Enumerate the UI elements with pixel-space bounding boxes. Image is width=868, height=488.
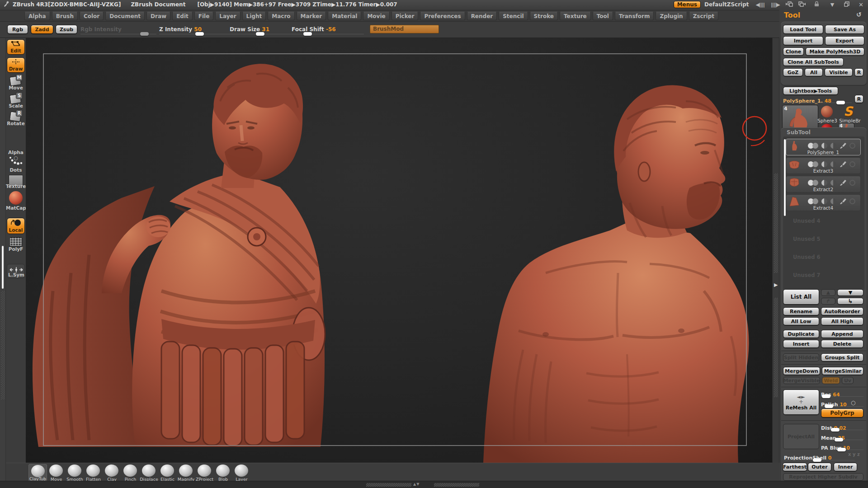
menu-marker[interactable]: Marker [297, 12, 326, 20]
contrast-icon[interactable] [830, 198, 836, 204]
rgb-intensity-slider[interactable]: Rgb Intensity [80, 24, 156, 35]
divider-grip[interactable] [774, 174, 778, 273]
menu-zplugin[interactable]: Zplugin [656, 12, 687, 20]
remesh-all-button[interactable]: ◄► + ReMesh All [783, 389, 819, 415]
autoreorder-button[interactable]: AutoReorder [821, 307, 863, 315]
load-tool-button[interactable]: Load Tool [783, 25, 823, 34]
shift-up-button[interactable]: ↱ [821, 298, 835, 305]
brush-displace[interactable]: Displace [140, 464, 158, 481]
reproject-button[interactable]: Reproject Higher Subdiv [783, 473, 863, 481]
menu-tool[interactable]: Tool [593, 12, 613, 20]
duplicate-button[interactable]: Duplicate [783, 330, 819, 338]
collapse-arrow-icon[interactable]: ▶ [774, 282, 778, 288]
merge-similar-button[interactable]: MergeSimilar [822, 367, 863, 375]
brush-smooth[interactable]: Smooth [66, 464, 84, 481]
menu-layer[interactable]: Layer [215, 12, 240, 20]
edit-button[interactable]: Edit [7, 39, 25, 55]
close-icon[interactable]: ✕ [859, 1, 863, 8]
active-tool-slider[interactable]: PolySphere_1. 48 [783, 96, 852, 104]
groups-split-button[interactable]: Groups Split [821, 353, 863, 361]
mean-slider[interactable]: Mean 25 [821, 433, 863, 441]
paint-icon[interactable] [840, 198, 847, 204]
eye-all-icon[interactable] [812, 143, 818, 149]
shift-down-button[interactable]: ↳ [837, 298, 863, 305]
dock-right-icon[interactable] [798, 1, 806, 8]
menu-preferences[interactable]: Preferences [420, 12, 465, 20]
farthest-button[interactable]: Farthest [783, 463, 807, 471]
brush-elastic[interactable]: Elastic [158, 464, 177, 481]
slider-handle[interactable] [140, 32, 149, 36]
polygrp-button[interactable]: PolyGrp [821, 408, 863, 418]
brush-claytubes[interactable]: ClayTub [28, 464, 47, 481]
left-tray-grip[interactable] [1, 291, 5, 399]
eye-all-icon[interactable] [812, 180, 818, 186]
brush-blob[interactable]: Blob [214, 464, 232, 481]
draw-size-slider[interactable]: Draw Size 31 [230, 24, 302, 35]
half-visibility-icon[interactable] [821, 143, 827, 149]
goz-visible-button[interactable]: Visible [825, 68, 853, 76]
rename-button[interactable]: Rename [783, 307, 819, 315]
menu-stencil[interactable]: Stencil [499, 12, 528, 20]
rgb-button[interactable]: Rgb [7, 25, 28, 34]
sculpt-canvas[interactable] [26, 38, 772, 463]
project-all-button[interactable]: ProjectAll [783, 424, 819, 449]
eye-all-icon[interactable] [812, 161, 818, 167]
polish-slider[interactable]: Polish 10 ○ [821, 399, 863, 408]
slider-handle[interactable] [822, 394, 830, 398]
paint-icon[interactable] [840, 161, 847, 167]
menu-color[interactable]: Color [80, 12, 104, 20]
menu-file[interactable]: File [194, 12, 214, 20]
ghost-icon[interactable] [849, 180, 855, 186]
lsym-button[interactable]: L.Sym [7, 264, 25, 278]
import-button[interactable]: Import [783, 36, 823, 45]
delete-button[interactable]: Delete [821, 340, 863, 348]
slider-handle[interactable] [831, 428, 840, 432]
zsub-button[interactable]: Zsub [56, 25, 77, 34]
menu-brush[interactable]: Brush [52, 12, 78, 20]
slider-handle[interactable] [813, 458, 821, 462]
res-slider[interactable]: Res 64 [821, 389, 863, 398]
clone-all-subtools-button[interactable]: Clone All SubTools [783, 58, 844, 66]
export-button[interactable]: Export [825, 36, 864, 45]
subtool-empty-slot[interactable]: Unused 5 [793, 236, 821, 242]
scroll-left-icon[interactable]: ◀|||| [756, 2, 765, 8]
append-button[interactable]: Append [821, 330, 863, 338]
contrast-icon[interactable] [830, 180, 836, 186]
menu-edit[interactable]: Edit [172, 12, 193, 20]
zadd-button[interactable]: Zadd [31, 25, 53, 34]
make-polymesh3d-button[interactable]: Make PolyMesh3D [806, 47, 864, 56]
restore-icon[interactable] [844, 1, 849, 8]
paint-icon[interactable] [840, 142, 847, 149]
all-high-button[interactable]: All High [821, 317, 863, 325]
subtool-row[interactable]: Extract3 [786, 157, 861, 174]
right-tray-divider[interactable]: ▶ [772, 38, 779, 463]
divider-grip[interactable] [774, 298, 778, 397]
brush-layer[interactable]: Layer [232, 464, 251, 481]
ghost-icon[interactable] [849, 143, 855, 149]
menu-material[interactable]: Material [328, 12, 361, 20]
local-button[interactable]: Local [7, 218, 25, 234]
subtool-empty-slot[interactable]: Unused 4 [793, 218, 821, 224]
clone-button[interactable]: Clone [783, 47, 804, 56]
slider-handle[interactable] [303, 32, 312, 36]
menu-movie[interactable]: Movie [363, 12, 389, 20]
menu-macro[interactable]: Macro [268, 12, 294, 20]
split-hidden-button[interactable]: Split Hidden [783, 353, 819, 361]
left-scrollbar[interactable] [2, 246, 4, 289]
half-visibility-icon[interactable] [821, 180, 827, 186]
subtool-empty-slot[interactable]: Unused 6 [793, 254, 821, 260]
lock-icon[interactable] [814, 1, 820, 8]
goz-button[interactable]: GoZ [783, 68, 803, 76]
dist-slider[interactable]: Dist 0.02 [821, 423, 863, 432]
menu-light[interactable]: Light [242, 12, 266, 20]
tray-resize-handle[interactable]: ▲▼ [366, 483, 479, 487]
dock-left-icon[interactable] [785, 1, 793, 8]
brush-clay[interactable]: Clay [103, 464, 121, 481]
menus-button[interactable]: Menus [674, 1, 701, 8]
outer-button[interactable]: Outer [808, 463, 831, 471]
focal-shift-slider[interactable]: Focal Shift -56 [292, 24, 364, 35]
move-up-button[interactable]: ▲ [821, 289, 835, 296]
weld-button[interactable]: Weld [822, 377, 840, 384]
menu-draw[interactable]: Draw [146, 12, 170, 20]
brush-zproject[interactable]: ZProject [195, 464, 214, 481]
